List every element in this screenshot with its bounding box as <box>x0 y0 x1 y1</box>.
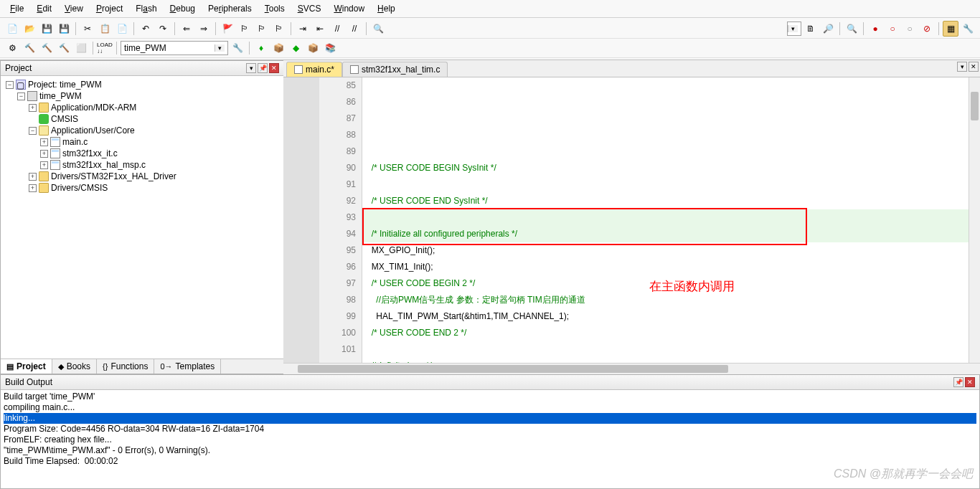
rebuild-icon[interactable]: 🔨 <box>39 40 55 56</box>
find-icon[interactable]: 🔍 <box>370 21 386 37</box>
panel-arrow-icon[interactable]: ▾ <box>246 63 256 73</box>
indent-icon[interactable]: ⇥ <box>295 21 311 37</box>
menu-project[interactable]: Project <box>90 1 128 16</box>
breakpoint-insert-icon[interactable]: ● <box>867 21 883 37</box>
code-editor[interactable]: 858687888990919293949596979899100101 在主函… <box>283 77 980 363</box>
menu-peripherals[interactable]: Peripherals <box>202 1 258 16</box>
panel-pin-icon[interactable]: 📌 <box>953 377 963 387</box>
uncomment-icon[interactable]: // <box>347 21 362 37</box>
tree-file[interactable]: stm32f1xx_hal_msp.c <box>62 160 146 170</box>
menu-tools[interactable]: Tools <box>259 1 291 16</box>
annotation-text: 在主函数内调用 <box>649 278 735 295</box>
target-options-icon[interactable]: 🔧 <box>230 40 245 56</box>
breakpoint-kill-icon[interactable]: ⊘ <box>919 21 935 37</box>
menu-debug[interactable]: Debug <box>164 1 201 16</box>
editor-tabs: main.c* stm32f1xx_hal_tim.c ▾✕ <box>283 60 980 77</box>
breakpoint-enable-icon[interactable]: ○ <box>885 21 900 37</box>
breakpoint-margin[interactable] <box>283 77 319 363</box>
pack-installer-icon[interactable]: 📦 <box>305 40 321 56</box>
tab-templates[interactable]: 0→ Templates <box>154 359 221 374</box>
tab-books[interactable]: ◆ Books <box>52 359 97 374</box>
download-icon[interactable]: LOAD↓↓ <box>97 40 113 56</box>
tab-project[interactable]: ▤ Project <box>1 359 52 374</box>
search-in-files-icon[interactable]: 🗎 <box>803 21 819 37</box>
expander-icon[interactable]: + <box>40 150 48 158</box>
project-tree[interactable]: −▢Project: time_PWM −time_PWM +Applicati… <box>1 76 283 359</box>
select-packs-icon[interactable]: 📦 <box>270 40 286 56</box>
tree-group[interactable]: Application/MDK-ARM <box>51 103 136 113</box>
expander-icon[interactable]: + <box>40 138 48 146</box>
panel-close-icon[interactable]: ✕ <box>965 377 975 387</box>
editor-tab-main[interactable]: main.c* <box>286 62 342 77</box>
tree-file[interactable]: stm32f1xx_it.c <box>62 148 118 158</box>
save-icon[interactable]: 💾 <box>39 21 55 37</box>
search-combo[interactable]: ▾ <box>787 22 801 36</box>
open-file-icon[interactable]: 📂 <box>22 21 37 37</box>
editor-close-icon[interactable]: ✕ <box>969 62 979 72</box>
menu-flash[interactable]: Flash <box>130 1 162 16</box>
expander-icon[interactable]: − <box>17 92 25 100</box>
panel-close-icon[interactable]: ✕ <box>269 63 279 73</box>
bookmark-prev-icon[interactable]: 🏳 <box>237 21 253 37</box>
configure-icon[interactable]: 🔧 <box>960 21 976 37</box>
expander-icon[interactable]: − <box>29 127 37 135</box>
manage-project-icon[interactable]: ♦ <box>253 40 269 56</box>
expander-icon[interactable]: + <box>40 161 48 169</box>
tree-group[interactable]: CMSIS <box>51 114 78 124</box>
target-combo[interactable]: time_PWM▾ <box>121 41 228 55</box>
bookmark-icon[interactable]: 🚩 <box>220 21 235 37</box>
menu-view[interactable]: View <box>59 1 89 16</box>
stop-build-icon[interactable]: ⬜ <box>73 40 89 56</box>
menu-file[interactable]: File <box>4 1 29 16</box>
tree-group[interactable]: Drivers/STM32F1xx_HAL_Driver <box>51 171 176 181</box>
undo-icon[interactable]: ↶ <box>138 21 154 37</box>
build-target-icon[interactable]: ⚙ <box>4 40 20 56</box>
expander-icon[interactable]: + <box>29 173 37 181</box>
tree-target[interactable]: time_PWM <box>39 91 82 101</box>
debug-icon[interactable]: 🔍 <box>844 21 859 37</box>
expander-icon[interactable]: + <box>29 104 37 112</box>
output-body[interactable]: Build target 'time_PWM'compiling main.c.… <box>1 390 979 488</box>
expander-icon[interactable]: + <box>29 184 37 192</box>
tree-group[interactable]: Application/User/Core <box>51 125 135 136</box>
editor-tab-hal-tim[interactable]: stm32f1xx_hal_tim.c <box>342 62 448 77</box>
tree-project-root[interactable]: Project: time_PWM <box>28 80 102 90</box>
project-panel-title: Project ▾📌✕ <box>1 61 283 76</box>
menu-edit[interactable]: Edit <box>31 1 57 16</box>
tree-group[interactable]: Drivers/CMSIS <box>51 183 108 193</box>
paste-icon[interactable]: 📄 <box>114 21 130 37</box>
new-file-icon[interactable]: 📄 <box>4 21 20 37</box>
panel-pin-icon[interactable]: 📌 <box>258 63 268 73</box>
folder-icon <box>39 103 49 113</box>
batch-build-icon[interactable]: 🔨 <box>56 40 72 56</box>
incremental-search-icon[interactable]: 🔎 <box>820 21 836 37</box>
tree-file[interactable]: main.c <box>62 137 88 147</box>
save-all-icon[interactable]: 💾 <box>56 21 72 37</box>
outdent-icon[interactable]: ⇤ <box>312 21 328 37</box>
bookmark-next-icon[interactable]: 🏳 <box>254 21 270 37</box>
horizontal-scrollbar[interactable] <box>283 363 980 374</box>
menu-svcs[interactable]: SVCS <box>292 1 327 16</box>
bookmark-clear-icon[interactable]: 🏳 <box>271 21 287 37</box>
code-content[interactable]: 在主函数内调用 /* USER CODE BEGIN SysInit */ /*… <box>362 77 980 363</box>
toolbar-row-2: ⚙ 🔨 🔨 🔨 ⬜ LOAD↓↓ time_PWM▾ 🔧 ♦ 📦 ◆ 📦 📚 <box>0 39 980 58</box>
expander-icon[interactable]: − <box>6 81 14 89</box>
cut-icon[interactable]: ✂ <box>80 21 95 37</box>
watermark-text: CSDN @那就再学一会会吧 <box>834 467 973 482</box>
menu-help[interactable]: Help <box>372 1 401 16</box>
nav-back-icon[interactable]: ⇐ <box>179 21 194 37</box>
manage-rte-icon[interactable]: ◆ <box>288 40 303 56</box>
redo-icon[interactable]: ↷ <box>155 21 171 37</box>
comment-icon[interactable]: // <box>329 21 345 37</box>
editor-menu-icon[interactable]: ▾ <box>957 62 967 72</box>
window-layout-icon[interactable]: ▦ <box>943 21 958 37</box>
main-area: Project ▾📌✕ −▢Project: time_PWM −time_PW… <box>0 60 980 374</box>
build-icon[interactable]: 🔨 <box>22 40 37 56</box>
books-icon[interactable]: 📚 <box>322 40 338 56</box>
tab-functions[interactable]: {} Functions <box>97 359 154 374</box>
nav-fwd-icon[interactable]: ⇒ <box>196 21 212 37</box>
breakpoint-disable-icon[interactable]: ○ <box>902 21 918 37</box>
menu-window[interactable]: Window <box>328 1 370 16</box>
copy-icon[interactable]: 📋 <box>97 21 113 37</box>
green-icon <box>39 114 49 124</box>
